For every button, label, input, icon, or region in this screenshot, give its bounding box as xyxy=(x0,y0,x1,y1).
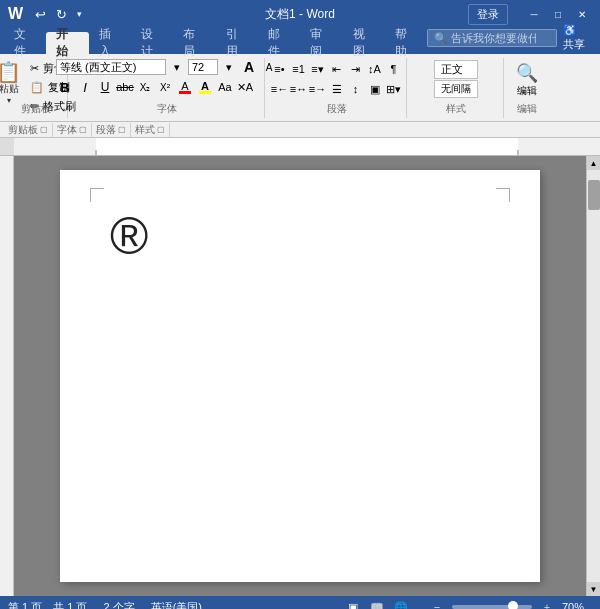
align-left-button[interactable]: ≡← xyxy=(271,80,289,98)
highlight-color-button[interactable]: A xyxy=(196,78,214,96)
font-group-label-text: 字体 xyxy=(57,123,77,137)
search-area: ♿ 共享 xyxy=(427,22,600,54)
styles-gallery: 正文 无间隔 xyxy=(434,58,478,98)
web-layout-btn[interactable]: 🌐 xyxy=(392,599,410,609)
line-spacing-button[interactable]: ↕ xyxy=(347,80,365,98)
zoom-in-button[interactable]: + xyxy=(538,599,556,609)
para-row2: ≡← ≡↔ ≡→ ☰ ↕ ▣ ⊞▾ xyxy=(271,80,403,98)
paragraph-group-label-btn[interactable]: 段落 ▢ xyxy=(92,123,131,137)
editing-label: 编辑 xyxy=(517,84,537,98)
font-size-dropdown-icon[interactable]: ▾ xyxy=(220,58,238,76)
bold-button[interactable]: B xyxy=(56,78,74,96)
align-right-button[interactable]: ≡→ xyxy=(309,80,327,98)
search-input[interactable] xyxy=(427,29,557,47)
sort-button[interactable]: ↕A xyxy=(366,60,384,78)
subscript-button[interactable]: X₂ xyxy=(136,78,154,96)
style-no-spacing[interactable]: 无间隔 xyxy=(434,80,478,98)
scroll-track[interactable] xyxy=(587,170,601,582)
paste-label: 粘贴 xyxy=(0,82,19,96)
styles-group-label-text: 样式 xyxy=(135,123,155,137)
zoom-thumb[interactable] xyxy=(508,601,518,609)
font-label: 字体 xyxy=(157,102,177,116)
clipboard-expand-icon: ▢ xyxy=(40,125,48,134)
font-color-button[interactable]: A xyxy=(176,78,194,96)
paragraph-group-content: ≡• ≡1 ≡▾ ⇤ ⇥ ↕A ¶ ≡← ≡↔ ≡→ ☰ ↕ ▣ ⊞▾ xyxy=(271,58,403,98)
font-expand-icon: ▢ xyxy=(79,125,87,134)
language: 英语(美国) xyxy=(151,600,202,610)
font-name-dropdown-icon[interactable]: ▾ xyxy=(168,58,186,76)
tab-help[interactable]: 帮助 xyxy=(385,32,427,54)
bullets-button[interactable]: ≡• xyxy=(271,60,289,78)
scroll-down-button[interactable]: ▼ xyxy=(587,582,601,596)
italic-button[interactable]: I xyxy=(76,78,94,96)
font-name-input[interactable] xyxy=(56,59,166,75)
editing-button[interactable]: 🔍 编辑 xyxy=(512,60,542,100)
tab-view[interactable]: 视图 xyxy=(343,32,385,54)
tab-insert[interactable]: 插入 xyxy=(89,32,131,54)
document-area: ® ▲ ▼ xyxy=(0,156,600,596)
superscript-button[interactable]: X² xyxy=(156,78,174,96)
read-mode-btn[interactable]: 📖 xyxy=(368,599,386,609)
change-case-button[interactable]: Aa xyxy=(216,78,234,96)
border-button[interactable]: ⊞▾ xyxy=(385,80,403,98)
tab-review[interactable]: 审阅 xyxy=(300,32,342,54)
close-icon[interactable]: ✕ xyxy=(572,6,592,22)
share-button[interactable]: ♿ 共享 xyxy=(557,22,596,54)
print-layout-view-btn[interactable]: ▣ xyxy=(344,599,362,609)
font-size-input[interactable] xyxy=(188,59,218,75)
style-normal[interactable]: 正文 xyxy=(434,60,478,79)
underline-button[interactable]: U xyxy=(96,78,114,96)
tab-layout[interactable]: 布局 xyxy=(173,32,215,54)
clipboard-group-label-text: 剪贴板 xyxy=(8,123,38,137)
paste-arrow-icon: ▾ xyxy=(7,96,11,105)
grow-font-button[interactable]: A xyxy=(240,58,258,76)
zoom-slider[interactable] xyxy=(452,605,532,609)
title-bar-center: 文档1 - Word xyxy=(265,6,335,23)
restore-icon[interactable]: □ xyxy=(548,6,568,22)
styles-group: 正文 无间隔 样式 xyxy=(409,58,504,118)
undo-btn[interactable]: ↩ xyxy=(33,5,48,24)
ribbon-content: 📋 粘贴 ▾ ✂ 剪切 📋 复制 ✏ 格式刷 剪贴板 ▾ ▾ A A xyxy=(0,54,600,122)
paragraph-group: ≡• ≡1 ≡▾ ⇤ ⇥ ↕A ¶ ≡← ≡↔ ≡→ ☰ ↕ ▣ ⊞▾ 段落 xyxy=(267,58,407,118)
corner-mark-tl xyxy=(90,188,104,202)
redo-btn[interactable]: ↻ xyxy=(54,5,69,24)
numbering-button[interactable]: ≡1 xyxy=(290,60,308,78)
document-canvas[interactable]: ® xyxy=(14,156,586,596)
tab-file[interactable]: 文件 xyxy=(4,32,46,54)
decrease-indent-button[interactable]: ⇤ xyxy=(328,60,346,78)
clipboard-group-label-btn[interactable]: 剪贴板 ▢ xyxy=(4,123,53,137)
justify-button[interactable]: ☰ xyxy=(328,80,346,98)
zoom-out-button[interactable]: − xyxy=(428,599,446,609)
minimize-icon[interactable]: ─ xyxy=(524,6,544,22)
align-center-button[interactable]: ≡↔ xyxy=(290,80,308,98)
increase-indent-button[interactable]: ⇥ xyxy=(347,60,365,78)
ruler-ticks xyxy=(14,138,600,155)
tab-home[interactable]: 开始 xyxy=(46,32,88,54)
tab-mailings[interactable]: 邮件 xyxy=(258,32,300,54)
page-content[interactable]: ® xyxy=(60,170,540,302)
paragraph-label: 段落 xyxy=(327,102,347,116)
font-group-content: ▾ ▾ A A B I U abc X₂ X² A A xyxy=(56,58,278,96)
zoom-level[interactable]: 70% xyxy=(562,601,592,609)
styles-label: 样式 xyxy=(446,102,466,116)
paste-button[interactable]: 📋 粘贴 ▾ xyxy=(0,60,25,107)
scroll-thumb[interactable] xyxy=(588,180,600,210)
show-marks-button[interactable]: ¶ xyxy=(385,60,403,78)
shading-button[interactable]: ▣ xyxy=(366,80,384,98)
horizontal-ruler xyxy=(0,138,600,156)
paste-icon: 📋 xyxy=(0,62,21,82)
document-title: 文档1 - Word xyxy=(265,7,335,21)
clear-format-button[interactable]: ✕A xyxy=(236,78,254,96)
multilevel-button[interactable]: ≡▾ xyxy=(309,60,327,78)
strikethrough-button[interactable]: abc xyxy=(116,78,134,96)
ruler-corner xyxy=(0,138,14,155)
tab-design[interactable]: 设计 xyxy=(131,32,173,54)
styles-group-label-btn[interactable]: 样式 ▢ xyxy=(131,123,170,137)
status-bar: 第 1 页，共 1 页 2 个字 英语(美国) ▣ 📖 🌐 − + 70% xyxy=(0,596,600,609)
tab-references[interactable]: 引用 xyxy=(216,32,258,54)
font-group: ▾ ▾ A A B I U abc X₂ X² A A xyxy=(70,58,265,118)
editing-content: 🔍 编辑 xyxy=(512,58,542,100)
customize-qa-btn[interactable]: ▾ xyxy=(75,7,84,21)
scroll-up-button[interactable]: ▲ xyxy=(587,156,601,170)
font-group-label-btn[interactable]: 字体 ▢ xyxy=(53,123,92,137)
